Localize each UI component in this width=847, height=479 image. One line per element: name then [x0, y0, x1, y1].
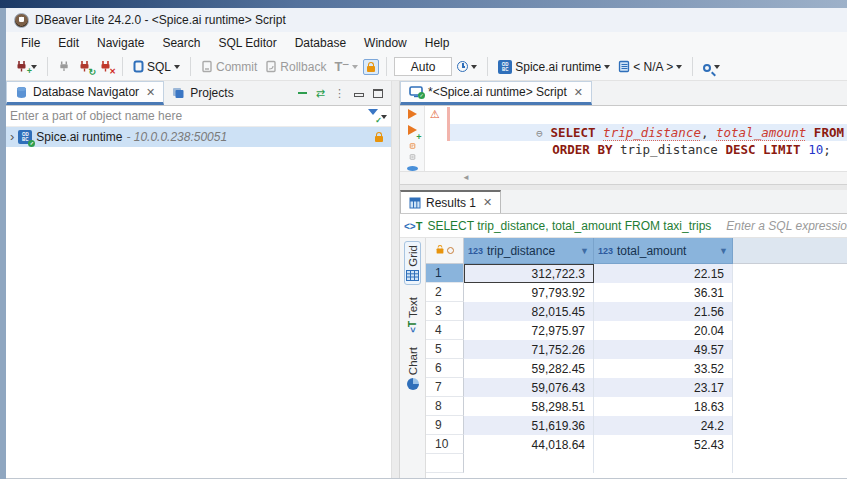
cell-total-amount[interactable]: 52.43: [594, 435, 733, 454]
commit-button[interactable]: Commit: [198, 58, 260, 76]
sql-editor-button[interactable]: SQL: [130, 58, 183, 76]
table-row[interactable]: 3 82,015.45 21.56: [426, 302, 847, 321]
cell-trip-distance[interactable]: 312,722.3: [464, 264, 594, 283]
cell-trip-distance[interactable]: 44,018.64: [464, 435, 594, 454]
title-bar[interactable]: DBeaver Lite 24.2.0 - <Spice.ai runtime>…: [6, 8, 847, 32]
active-schema-selector[interactable]: < N/A >: [615, 58, 685, 76]
plug-icon: [58, 60, 70, 73]
sort-descending-icon[interactable]: ▼: [719, 246, 728, 256]
results-filter-placeholder: Enter a SQL expression to: [726, 219, 847, 233]
table-row[interactable]: 10 44,018.64 52.43: [426, 435, 847, 454]
collapse-all-icon[interactable]: [298, 92, 307, 94]
tab-database-navigator[interactable]: Database Navigator ✕: [6, 81, 164, 105]
table-row[interactable]: 1 312,722.3 22.15: [426, 264, 847, 283]
text-presentation-icon: <T: [407, 321, 419, 332]
minimize-view-icon[interactable]: [354, 93, 364, 97]
cell-total-amount[interactable]: 18.63: [594, 397, 733, 416]
editor-horizontal-scrollbar[interactable]: ◄: [400, 171, 847, 184]
cell-total-amount[interactable]: 36.31: [594, 283, 733, 302]
cell-total-amount[interactable]: 33.52: [594, 359, 733, 378]
cell-trip-distance[interactable]: 97,793.92: [464, 283, 594, 302]
scroll-left-icon[interactable]: ◄: [462, 173, 470, 182]
row-number[interactable]: 1: [426, 264, 464, 283]
cell-trip-distance[interactable]: 59,282.45: [464, 359, 594, 378]
empty-row[interactable]: [426, 454, 847, 473]
row-number[interactable]: 9: [426, 416, 464, 435]
numeric-type-icon: 123: [468, 246, 483, 256]
view-menu-icon[interactable]: ⋮: [334, 87, 345, 100]
close-icon[interactable]: ✕: [146, 86, 155, 99]
tab-grid[interactable]: Grid: [404, 241, 421, 285]
cell-trip-distance[interactable]: 51,619.36: [464, 416, 594, 435]
transaction-history-button[interactable]: [454, 59, 480, 74]
maximize-view-icon[interactable]: [373, 89, 383, 98]
tab-projects[interactable]: Projects: [164, 81, 241, 105]
menu-window[interactable]: Window: [355, 34, 416, 52]
tab-sql-script[interactable]: ✓ *<Spice.ai runtime> Script ✕: [400, 81, 592, 105]
link-with-editor-icon[interactable]: ⇄: [316, 87, 325, 100]
table-row[interactable]: 8 58,298.51 18.63: [426, 397, 847, 416]
results-tabstrip: Results 1 ✕: [400, 190, 847, 214]
reconnect-button[interactable]: ↻: [75, 58, 94, 75]
cell-total-amount[interactable]: 22.15: [594, 264, 733, 283]
table-row[interactable]: 4 72,975.97 20.04: [426, 321, 847, 340]
cell-total-amount[interactable]: 24.2: [594, 416, 733, 435]
close-icon[interactable]: ✕: [574, 86, 583, 99]
data-grid[interactable]: 123 trip_distance ▼ 123 total_amount ▼ 1…: [426, 238, 847, 479]
expander-chevron-icon[interactable]: ›: [10, 132, 14, 142]
cell-trip-distance[interactable]: 58,298.51: [464, 397, 594, 416]
results-filter-bar[interactable]: <>T SELECT trip_distance, total_amount F…: [400, 214, 847, 238]
table-row[interactable]: 6 59,282.45 33.52: [426, 359, 847, 378]
row-number[interactable]: 2: [426, 283, 464, 302]
menu-help[interactable]: Help: [416, 34, 459, 52]
filter-funnel-icon[interactable]: ✓: [368, 109, 378, 123]
menu-sql-editor[interactable]: SQL Editor: [209, 34, 285, 52]
connection-lock-toggle[interactable]: [363, 59, 379, 75]
row-number[interactable]: 8: [426, 397, 464, 416]
cell-trip-distance[interactable]: 82,015.45: [464, 302, 594, 321]
rollback-button[interactable]: Rollback: [262, 58, 329, 76]
tab-chart[interactable]: Chart: [406, 344, 420, 393]
cell-total-amount[interactable]: 23.17: [594, 378, 733, 397]
row-number[interactable]: 7: [426, 378, 464, 397]
menu-file[interactable]: File: [12, 34, 49, 52]
row-number[interactable]: 6: [426, 359, 464, 378]
table-row[interactable]: 5 71,752.26 49.57: [426, 340, 847, 359]
object-filter-input[interactable]: [10, 109, 368, 123]
connect-button[interactable]: [55, 58, 73, 75]
cell-trip-distance[interactable]: 59,076.43: [464, 378, 594, 397]
menu-navigate[interactable]: Navigate: [88, 34, 153, 52]
cell-total-amount[interactable]: 49.57: [594, 340, 733, 359]
cell-trip-distance[interactable]: 72,975.97: [464, 321, 594, 340]
column-header-total-amount[interactable]: 123 total_amount ▼: [594, 238, 733, 264]
commit-mode-combo[interactable]: Auto: [394, 57, 452, 76]
search-button[interactable]: [700, 59, 723, 74]
cell-trip-distance[interactable]: 71,752.26: [464, 340, 594, 359]
sql-text-area[interactable]: ⊖ SELECT trip_distance, total_amount FRO…: [400, 106, 847, 171]
tab-results-1[interactable]: Results 1 ✕: [400, 190, 501, 213]
row-number[interactable]: 10: [426, 435, 464, 454]
active-connection-selector[interactable]: ODBC Spice.ai runtime: [495, 58, 613, 76]
connection-tree-item[interactable]: › ODBC✓ Spice.ai runtime - 10.0.0.238:50…: [6, 127, 391, 147]
sort-descending-icon[interactable]: ▼: [580, 246, 589, 256]
column-header-trip-distance[interactable]: 123 trip_distance ▼: [464, 238, 594, 264]
panel-sash[interactable]: [391, 81, 400, 479]
row-number[interactable]: 3: [426, 302, 464, 321]
menu-search[interactable]: Search: [153, 34, 209, 52]
tab-text[interactable]: Text <T: [406, 294, 420, 335]
table-row[interactable]: 2 97,793.92 36.31: [426, 283, 847, 302]
sql-editor[interactable]: + ⚠ ⊖ SELECT trip_distance, total_amount…: [400, 106, 847, 171]
grid-corner-cell[interactable]: [426, 238, 464, 264]
row-number[interactable]: 5: [426, 340, 464, 359]
row-number[interactable]: 4: [426, 321, 464, 340]
table-row[interactable]: 9 51,619.36 24.2: [426, 416, 847, 435]
cell-total-amount[interactable]: 21.56: [594, 302, 733, 321]
cell-total-amount[interactable]: 20.04: [594, 321, 733, 340]
transaction-log-button[interactable]: T⁻: [331, 57, 361, 76]
menu-edit[interactable]: Edit: [49, 34, 88, 52]
menu-database[interactable]: Database: [286, 34, 355, 52]
disconnect-button[interactable]: ✕: [96, 58, 115, 75]
close-icon[interactable]: ✕: [483, 196, 492, 209]
table-row[interactable]: 7 59,076.43 23.17: [426, 378, 847, 397]
new-connection-button[interactable]: +: [12, 58, 40, 75]
